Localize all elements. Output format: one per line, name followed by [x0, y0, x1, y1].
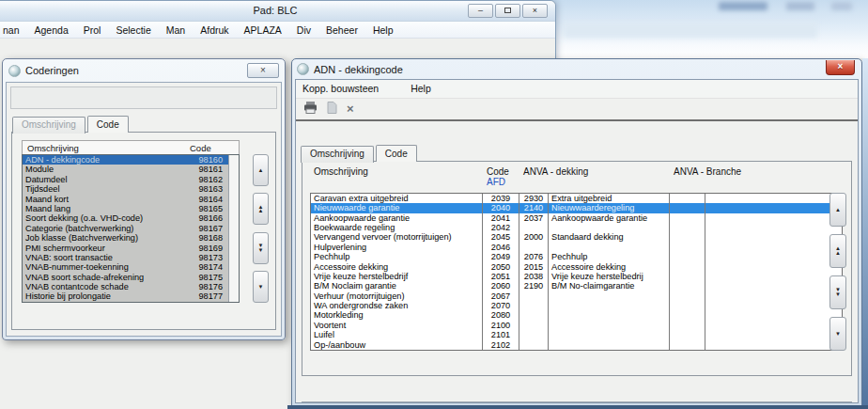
table-row[interactable]: Motorkleding2080 — [311, 310, 842, 320]
cell-code-afd: 2039 — [483, 194, 519, 203]
delete-icon[interactable]: × — [347, 102, 354, 115]
list-item[interactable]: Categorie (batchverwerking)98167 — [23, 224, 228, 233]
cell-branche-code — [670, 321, 705, 330]
page-down-button[interactable]: ▼▼ — [253, 232, 269, 264]
list-item[interactable]: Module98161 — [23, 165, 228, 174]
background-blur — [786, 2, 814, 10]
scroll-down-button[interactable]: ▼ — [829, 317, 846, 351]
tab-omschrijving: Omschrijving — [12, 117, 85, 134]
coderingen-title: Coderingen — [25, 65, 79, 76]
item-label: PMI schermvoorkeur — [25, 244, 189, 253]
cell-branche-code — [670, 232, 705, 242]
close-button[interactable]: × — [247, 63, 279, 78]
main-window-titlebar[interactable]: Pad: BLC – × — [0, 1, 555, 22]
close-icon: × — [260, 65, 266, 75]
page-down-button[interactable]: ▼▼ — [829, 275, 846, 309]
adn-titlebar[interactable]: ADN - dekkingcode — [295, 59, 859, 79]
menu-item-div[interactable]: Div — [289, 24, 318, 36]
list-item[interactable]: Tijdsdeel98163 — [23, 184, 228, 194]
adn-window: ADN - dekkingcode × Kopp. bouwsteenHelp … — [291, 58, 862, 407]
list-item[interactable]: Job klasse (Batchverwerking)98168 — [23, 233, 228, 243]
new-document-icon[interactable] — [327, 101, 337, 118]
scrollbar[interactable] — [228, 155, 239, 302]
menu-item-nan[interactable]: nan — [3, 24, 27, 36]
menu-item-afdruk[interactable]: Afdruk — [193, 24, 236, 36]
coderingen-tab-panel: Omschrijving Code ADN - dekkingcode98160… — [11, 132, 276, 330]
table-row[interactable]: Pechhulp20492076Pechhulp — [311, 252, 842, 261]
menu-item-prol[interactable]: Prol — [76, 24, 109, 36]
item-label: VNAB: soort transactie — [25, 253, 189, 262]
cell-code-afd: 2101 — [483, 330, 519, 339]
table-row[interactable]: Vervangend vervoer (motorrijtuigen)20452… — [311, 232, 842, 242]
cell-omschrijving: Op-/aanbouw — [311, 340, 483, 350]
table-row[interactable]: Luifel2101 — [311, 330, 842, 339]
list-item[interactable]: Maand lang98165 — [23, 204, 228, 213]
cell-code-afd: 2100 — [483, 321, 519, 330]
table-row[interactable]: Voortent2100 — [311, 321, 842, 330]
cell-anva-code: 2190 — [519, 281, 549, 291]
cell-anva-code — [519, 330, 549, 339]
item-code: 98163 — [189, 184, 226, 194]
tab-code[interactable]: Code — [87, 116, 129, 133]
cell-anva-dekking — [549, 340, 670, 350]
list-item[interactable]: PMI schermvoorkeur98169 — [23, 244, 228, 253]
menu-item-beheer[interactable]: Beheer — [318, 24, 365, 36]
table-row[interactable]: Nieuwwaarde garantie20402140Nieuwwaarder… — [311, 203, 842, 212]
table-row[interactable]: Op-/aanbouw2102 — [311, 340, 842, 350]
list-item[interactable]: VNAB-nummer-toekenning98174 — [23, 262, 228, 272]
scroll-up-button[interactable]: ▲ — [829, 193, 846, 227]
arrow-up-icon: ▲ — [835, 251, 841, 256]
list-item[interactable]: VNAB soort schade-afrekening98175 — [23, 273, 228, 282]
cell-anva-code: 2140 — [519, 203, 549, 212]
menu-item-selectie[interactable]: Selectie — [108, 24, 158, 36]
list-item[interactable]: Historie bij prolongatie98177 — [23, 291, 228, 301]
coderingen-titlebar[interactable]: Coderingen × — [6, 59, 282, 82]
list-item[interactable]: VNAB contantcode schade98176 — [23, 282, 228, 291]
list-item[interactable]: Soort dekking (o.a. VHD-code)98166 — [23, 213, 228, 223]
table-row[interactable]: Caravan extra uitgebreid20392930Extra ui… — [311, 194, 842, 203]
app-icon — [297, 63, 309, 75]
header-anva-branche: ANVA - Branche — [674, 166, 741, 177]
close-button[interactable]: × — [522, 4, 548, 18]
cell-branche — [705, 262, 842, 272]
close-button[interactable]: × — [826, 60, 855, 75]
tab-code[interactable]: Code — [376, 145, 417, 162]
minimize-button[interactable]: – — [468, 4, 493, 18]
table-row[interactable]: Verhuur (motorrijtuigen)2067 — [311, 291, 842, 301]
header-code: Code — [487, 166, 509, 177]
header-afd: AFD — [487, 177, 505, 187]
cell-omschrijving: Voortent — [311, 321, 483, 330]
menu-item-koppbouwsteen[interactable]: Kopp. bouwsteen — [302, 83, 386, 94]
print-icon[interactable] — [303, 101, 318, 118]
page-up-button[interactable]: ▲▲ — [253, 193, 269, 225]
table-row[interactable]: Accessoire dekking20502015Accessoire dek… — [311, 262, 842, 272]
list-header: Omschrijving Code — [22, 140, 240, 154]
list-item[interactable]: Maand kort98164 — [23, 195, 228, 204]
maximize-button[interactable] — [495, 4, 520, 18]
menu-item-aplaza[interactable]: APLAZA — [237, 24, 289, 36]
menu-item-help[interactable]: Help — [403, 83, 439, 94]
menu-item-man[interactable]: Man — [159, 24, 193, 36]
scroll-up-button[interactable]: ▲ — [253, 154, 269, 186]
cell-omschrijving: Caravan extra uitgebreid — [311, 194, 483, 203]
arrow-down-icon: ▼ — [258, 248, 264, 253]
table-row[interactable]: Boekwaarde regeling2042 — [311, 223, 842, 232]
list-item[interactable]: VNAB: soort transactie98173 — [23, 253, 228, 262]
table-row[interactable]: WA ondergrondse zaken2070 — [311, 301, 842, 310]
list-item[interactable]: Datumdeel98162 — [23, 175, 228, 184]
page-up-button[interactable]: ▲▲ — [829, 234, 846, 268]
cell-branche — [705, 301, 842, 310]
list-item[interactable]: ADN - dekkingcode98160 — [23, 155, 228, 165]
table-row[interactable]: Aankoopwaarde garantie20412037Aankoopwaa… — [311, 213, 842, 223]
scroll-down-button[interactable]: ▼ — [253, 271, 269, 303]
cell-anva-dekking — [549, 321, 670, 330]
coderingen-client: Omschrijving Code Omschrijving Code ADN … — [6, 82, 282, 337]
menu-item-help[interactable]: Help — [365, 24, 401, 36]
tab-omschrijving[interactable]: Omschrijving — [301, 146, 374, 163]
table-row[interactable]: B/M Noclaim garantie20602190B/M No-claim… — [311, 281, 842, 291]
cell-omschrijving: Motorkleding — [311, 310, 483, 320]
table-row[interactable]: Vrije keuze herstelbedrijf20512038Vrije … — [311, 272, 842, 281]
table-row[interactable]: Hulpverlening2046 — [311, 243, 842, 252]
menu-item-agenda[interactable]: Agenda — [27, 24, 76, 36]
cell-anva-code: 2037 — [519, 213, 549, 223]
